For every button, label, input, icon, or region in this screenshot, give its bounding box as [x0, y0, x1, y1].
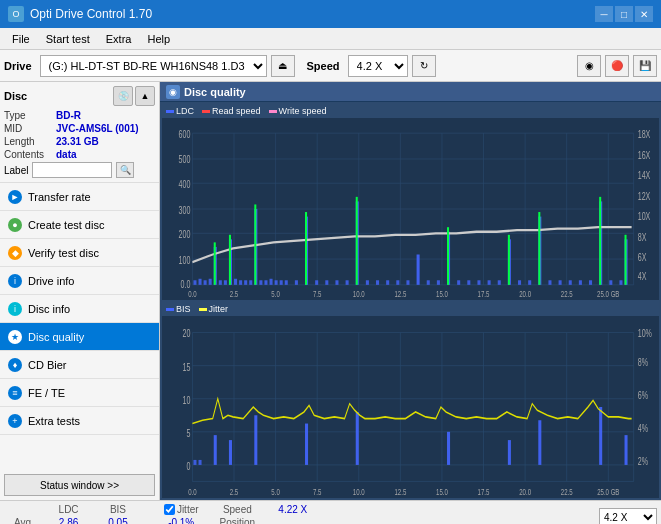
disc-icon1[interactable]: 💿 — [113, 86, 133, 106]
svg-text:2.5: 2.5 — [230, 289, 238, 300]
svg-rect-101 — [254, 204, 256, 284]
svg-rect-78 — [427, 280, 430, 285]
svg-rect-73 — [376, 280, 379, 285]
sidebar-item-drive-info[interactable]: i Drive info — [0, 267, 159, 295]
col-speed-label: Speed — [207, 503, 269, 516]
sidebar-item-extra-tests[interactable]: + Extra tests — [0, 407, 159, 435]
avg-bis: 0.05 — [96, 516, 140, 524]
title-bar: O Opti Drive Control 1.70 ─ □ ✕ — [0, 0, 661, 28]
svg-rect-69 — [335, 280, 338, 285]
speed-select2[interactable]: 4.2 X — [599, 508, 657, 524]
svg-rect-56 — [244, 280, 247, 285]
svg-text:0.0: 0.0 — [188, 289, 196, 300]
maximize-button[interactable]: □ — [615, 6, 633, 22]
content-area: ◉ Disc quality LDC Read speed — [160, 82, 661, 500]
svg-rect-102 — [305, 212, 307, 285]
disc-header: Disc 💿 ▲ — [4, 86, 155, 106]
svg-text:10X: 10X — [638, 210, 651, 222]
svg-rect-160 — [625, 435, 628, 465]
toolbar-btn1[interactable]: ◉ — [577, 55, 601, 77]
chart1-area: 600 500 400 300 200 100 0.0 18X 16X 14X … — [162, 118, 659, 300]
svg-rect-88 — [528, 280, 531, 285]
mid-label: MID — [4, 123, 56, 134]
svg-rect-159 — [599, 407, 602, 465]
disc-quality-icon: ★ — [8, 330, 22, 344]
status-window-button[interactable]: Status window >> — [4, 474, 155, 496]
svg-rect-72 — [366, 280, 369, 285]
toolbar-btn2[interactable]: 🔴 — [605, 55, 629, 77]
eject-button[interactable]: ⏏ — [271, 55, 295, 77]
sidebar-item-verify-test-disc[interactable]: ◆ Verify test disc — [0, 239, 159, 267]
svg-rect-92 — [569, 280, 572, 285]
svg-rect-74 — [386, 280, 389, 285]
type-value: BD-R — [56, 110, 81, 121]
label-input[interactable] — [32, 162, 112, 178]
ldc-legend-dot — [166, 110, 174, 113]
cd-bier-label: CD Bier — [28, 359, 67, 371]
jitter-checkbox[interactable] — [164, 504, 175, 515]
menu-extra[interactable]: Extra — [98, 31, 140, 47]
svg-rect-107 — [599, 197, 601, 285]
writespeed-legend-dot — [269, 110, 277, 113]
svg-rect-65 — [295, 280, 298, 285]
disc-type-row: Type BD-R — [4, 110, 155, 121]
mid-value: JVC-AMS6L (001) — [56, 123, 139, 134]
svg-rect-105 — [508, 235, 510, 285]
close-button[interactable]: ✕ — [635, 6, 653, 22]
stats-area: LDC BIS Jitter Speed 4.22 X — [0, 500, 661, 524]
chart2-area: 20 15 10 5 0 10% 8% 6% 4% 2% 0.0 2.5 — [162, 316, 659, 498]
minimize-button[interactable]: ─ — [595, 6, 613, 22]
menu-help[interactable]: Help — [139, 31, 178, 47]
speed-select[interactable]: 4.2 X — [348, 55, 408, 77]
svg-text:20: 20 — [183, 327, 191, 340]
sidebar-item-fe-te[interactable]: ≡ FE / TE — [0, 379, 159, 407]
col-ldc: LDC — [41, 503, 96, 516]
svg-rect-84 — [488, 280, 491, 285]
sidebar-item-create-test-disc[interactable]: ● Create test disc — [0, 211, 159, 239]
transfer-rate-icon: ► — [8, 190, 22, 204]
disc-icon2[interactable]: ▲ — [135, 86, 155, 106]
readspeed-legend-label: Read speed — [212, 106, 261, 116]
disc-quality-header-icon: ◉ — [166, 85, 180, 99]
refresh-button[interactable]: ↻ — [412, 55, 436, 77]
sidebar-item-transfer-rate[interactable]: ► Transfer rate — [0, 183, 159, 211]
right-controls: 4.2 X Start full Start part — [585, 503, 657, 524]
svg-rect-155 — [356, 412, 359, 465]
position-label: Position — [207, 516, 269, 524]
stats-table: LDC BIS Jitter Speed 4.22 X — [4, 503, 581, 524]
svg-text:15.0: 15.0 — [436, 289, 448, 300]
create-test-disc-label: Create test disc — [28, 219, 104, 231]
chart2-wrapper: BIS Jitter — [162, 302, 659, 498]
disc-icons: 💿 ▲ — [113, 86, 155, 106]
svg-text:2%: 2% — [638, 454, 649, 467]
svg-text:15.0: 15.0 — [436, 486, 448, 497]
sidebar-item-cd-bier[interactable]: ♦ CD Bier — [0, 351, 159, 379]
toolbar-btn3[interactable]: 💾 — [633, 55, 657, 77]
legend-bis: BIS — [166, 304, 191, 314]
menu-start-test[interactable]: Start test — [38, 31, 98, 47]
disc-info-label: Disc info — [28, 303, 70, 315]
avg-jitter: -0.1% — [156, 516, 207, 524]
svg-text:2.5: 2.5 — [230, 486, 239, 497]
drive-select[interactable]: (G:) HL-DT-ST BD-RE WH16NS48 1.D3 — [40, 55, 267, 77]
svg-rect-51 — [219, 280, 222, 285]
legend-readspeed: Read speed — [202, 106, 261, 116]
verify-test-disc-icon: ◆ — [8, 246, 22, 260]
label-search-button[interactable]: 🔍 — [116, 162, 134, 178]
svg-text:12.5: 12.5 — [394, 289, 406, 300]
svg-text:600: 600 — [179, 128, 191, 140]
svg-text:300: 300 — [179, 204, 191, 216]
svg-rect-87 — [518, 280, 521, 285]
stats-row-avg: Avg 2.86 0.05 -0.1% Position — [4, 516, 318, 524]
svg-text:100: 100 — [179, 254, 191, 266]
col-speed-value: 4.22 X — [268, 503, 317, 516]
avg-ldc: 2.86 — [41, 516, 96, 524]
contents-label: Contents — [4, 149, 56, 160]
col-bis: BIS — [96, 503, 140, 516]
sidebar-item-disc-info[interactable]: i Disc info — [0, 295, 159, 323]
menu-file[interactable]: File — [4, 31, 38, 47]
svg-text:10%: 10% — [638, 327, 653, 340]
sidebar-item-disc-quality[interactable]: ★ Disc quality — [0, 323, 159, 351]
chart1-wrapper: LDC Read speed Write speed — [162, 104, 659, 300]
verify-test-disc-label: Verify test disc — [28, 247, 99, 259]
